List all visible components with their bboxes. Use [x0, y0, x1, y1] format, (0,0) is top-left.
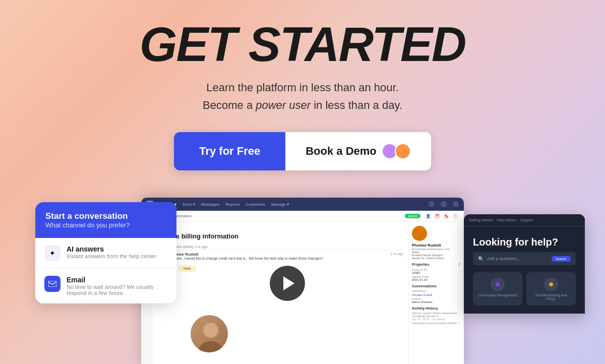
widget-header-title: Start a conversation	[45, 211, 166, 221]
contact-location: Santa Fe, United States	[412, 257, 461, 260]
faq-icon	[544, 277, 558, 291]
right-nav-3[interactable]: Support	[520, 218, 533, 222]
assign-icon[interactable]: 👤	[425, 213, 432, 220]
nav-customers[interactable]: Customers	[246, 202, 265, 207]
right-widget-nav: Getting Started Help Articles Support	[464, 214, 585, 226]
conversation-title: Update billing information	[157, 232, 403, 240]
email-desc: No time to wait around? We usually respo…	[67, 284, 167, 296]
cta-buttons: Try for Free Book a Demo	[174, 132, 431, 170]
nav-notifications-icon[interactable]	[429, 201, 435, 207]
widget-header: Start a conversation What channel do you…	[35, 202, 176, 238]
account-id-row: Account ID 19682	[412, 268, 461, 274]
note-button[interactable]: Note	[178, 265, 196, 272]
contact-name: Phoebe Rudsill	[412, 243, 461, 248]
nav-manage[interactable]: Manage ▾	[271, 202, 289, 207]
properties-section-title: Properties ⋮	[412, 263, 461, 267]
avatar-group	[382, 143, 411, 159]
app-toolbar: Update billing information Active 👤 ⏰ 🔖 …	[141, 211, 464, 222]
nav-search-icon[interactable]	[453, 201, 459, 207]
avatar-2	[395, 143, 411, 159]
contact-link[interactable]: Phoebe Rudsill	[412, 293, 461, 296]
search-placeholder: Ask a question...	[487, 256, 521, 261]
contact-avatar	[412, 226, 427, 241]
snooze-icon[interactable]: ⏰	[434, 213, 441, 220]
right-widget-content: Looking for help? 🔍 Ask a question... Se…	[464, 226, 585, 314]
hero-title: GET STARTED	[140, 20, 465, 69]
signup-date-row: Signup Date 2021-01-10	[412, 275, 461, 281]
search-button[interactable]: Search	[552, 256, 571, 262]
widget-ai-item[interactable]: ✦ AI answers Instant answers from the he…	[35, 238, 176, 269]
right-widget-title: Looking for help?	[473, 236, 576, 248]
salesforce-row: Salesforce	[412, 289, 461, 292]
right-nav-2[interactable]: Help Articles	[497, 218, 516, 222]
activity-2: Subscribe Event Invitation (RSVP...	[412, 322, 461, 325]
more-icon[interactable]: ⋮	[452, 213, 459, 220]
widget-ai-text: AI answers Instant answers from the help…	[67, 245, 157, 259]
ai-answers-desc: Instant answers from the help center.	[67, 253, 157, 259]
svg-point-3	[204, 323, 218, 337]
owner-row: Owner Marco Ramirez	[412, 297, 461, 304]
contact-panel: Phoebe Rudsill phoebe@rudsilldesigns.com…	[408, 222, 464, 364]
screenshots-container: Inboxes ▾ Docs ▾ Messages Reports Custom…	[0, 193, 605, 364]
beacon-bar: Beacon · Visitor activity 1 hr ago	[157, 244, 403, 250]
widget-email-item[interactable]: Email No time to wait around? We usually…	[35, 269, 176, 304]
ai-icon: ✦	[44, 245, 60, 261]
ai-answers-title: AI answers	[67, 245, 157, 253]
nav-messages[interactable]: Messages	[201, 202, 219, 207]
community-label: Community Management	[478, 293, 517, 297]
try-for-free-button[interactable]: Try for Free	[174, 132, 285, 170]
faq-label: Troubleshooting and FAQs	[530, 293, 572, 300]
message-time: 1 hr ago	[390, 252, 403, 256]
status-badge: Active	[405, 214, 420, 218]
right-widget: Getting Started Help Articles Support Lo…	[464, 214, 585, 314]
email-icon	[44, 276, 60, 292]
hero-section: GET STARTED Learn the platform in less t…	[0, 0, 605, 196]
help-cards: Community Management Troubleshooting and…	[473, 272, 576, 306]
activity-section-title: Activity History	[412, 307, 461, 310]
activity-1: Spring Launch Online Advertising Campaig…	[412, 312, 461, 321]
widget-header-sub: What channel do you prefer?	[45, 221, 166, 229]
app-content: #56473 Update billing information Beacon…	[141, 222, 464, 364]
message-item: Phoebe Rudsill Hi there, I would like to…	[157, 252, 403, 261]
email-title: Email	[67, 276, 167, 284]
search-icon: 🔍	[478, 256, 484, 262]
hero-subtitle: Learn the platform in less than an hour.…	[203, 79, 402, 114]
nav-docs[interactable]: Docs ▾	[183, 202, 195, 207]
community-icon	[491, 277, 505, 291]
play-icon	[283, 276, 294, 290]
nav-reports[interactable]: Reports	[225, 202, 239, 207]
app-nav: Inboxes ▾ Docs ▾ Messages Reports Custom…	[141, 198, 464, 211]
community-card[interactable]: Community Management	[473, 272, 522, 306]
message-author: Phoebe Rudsill	[169, 252, 387, 257]
right-nav-1[interactable]: Getting Started	[469, 218, 493, 222]
message-content: Phoebe Rudsill Hi there, I would like to…	[169, 252, 387, 260]
conversations-section-title: Conversations	[412, 284, 461, 288]
book-demo-button[interactable]: Book a Demo	[285, 132, 431, 170]
toolbar-icons: 👤 ⏰ 🔖 ⋮	[425, 213, 459, 220]
conversation-id: #56473	[157, 227, 403, 230]
bookmark-icon[interactable]: 🔖	[443, 213, 450, 220]
nav-settings-icon[interactable]	[441, 201, 447, 207]
help-search-bar[interactable]: 🔍 Ask a question... Search	[473, 252, 576, 265]
person-photo	[189, 314, 229, 354]
svg-rect-4	[48, 281, 56, 287]
left-widget: Start a conversation What channel do you…	[35, 202, 176, 304]
faq-card[interactable]: Troubleshooting and FAQs	[526, 272, 576, 306]
video-play-overlay[interactable]	[270, 266, 305, 301]
widget-email-text: Email No time to wait around? We usually…	[67, 276, 167, 296]
